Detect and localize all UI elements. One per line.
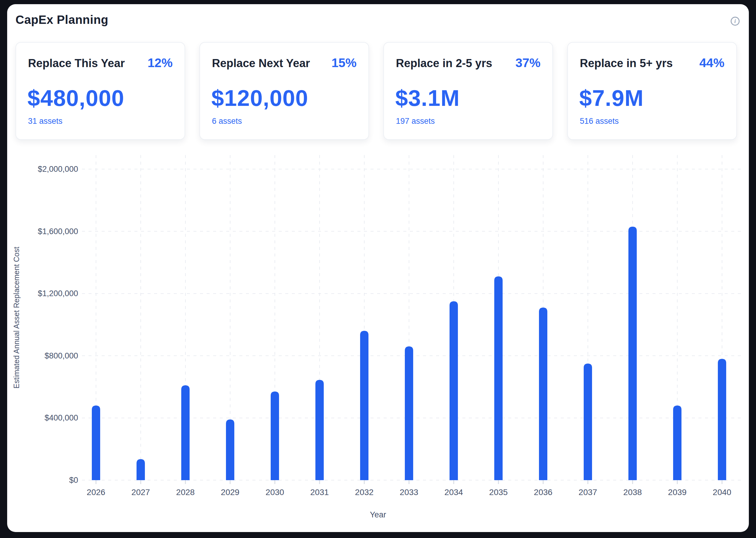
bar-2032[interactable]: 2032: $960,000 bbox=[360, 331, 369, 480]
capex-planning-widget: CapEx Planning i Replace This Year 12% $… bbox=[0, 0, 756, 538]
x-tick-label-2031: 2031 bbox=[310, 488, 329, 497]
x-tick-label-2040: 2040 bbox=[713, 488, 731, 497]
y-tick-label: $2,000,000 bbox=[38, 165, 78, 174]
y-tick-label: $400,000 bbox=[44, 413, 78, 422]
bar-2039[interactable]: 2039: $480,000 bbox=[673, 405, 681, 480]
bar-2040[interactable]: 2040: $780,000 bbox=[718, 359, 726, 480]
x-tick-label-2026: 2026 bbox=[87, 488, 105, 497]
x-tick-label-2036: 2036 bbox=[534, 488, 552, 497]
bar-2034[interactable]: 2034: $1,150,000 bbox=[450, 301, 458, 480]
x-tick-label-2029: 2029 bbox=[221, 488, 239, 497]
y-tick-label: $800,000 bbox=[44, 351, 78, 360]
bar-2030[interactable]: 2030: $570,000 bbox=[271, 392, 279, 480]
x-tick-label-2039: 2039 bbox=[668, 488, 686, 497]
x-tick-label-2033: 2033 bbox=[400, 488, 418, 497]
bar-2031[interactable]: 2031: $645,000 bbox=[315, 380, 324, 480]
x-tick-label-2035: 2035 bbox=[489, 488, 508, 497]
y-tick-label: $0 bbox=[69, 476, 78, 485]
x-axis-title: Year bbox=[370, 510, 386, 519]
y-tick-label: $1,200,000 bbox=[38, 289, 78, 298]
bar-2028[interactable]: 2028: $610,000 bbox=[181, 385, 190, 480]
x-tick-label-2027: 2027 bbox=[131, 488, 150, 497]
capex-bar-chart: $0$400,000$800,000$1,200,000$1,600,000$2… bbox=[0, 0, 756, 538]
x-tick-label-2028: 2028 bbox=[176, 488, 195, 497]
bar-2035[interactable]: 2035: $1,310,000 bbox=[494, 277, 503, 480]
x-tick-label-2038: 2038 bbox=[623, 488, 642, 497]
bar-2033[interactable]: 2033: $860,000 bbox=[405, 347, 413, 480]
bar-2037[interactable]: 2037: $750,000 bbox=[584, 363, 592, 480]
bar-2026[interactable]: 2026: $480,000 bbox=[92, 405, 100, 480]
bar-2036[interactable]: 2036: $1,110,000 bbox=[539, 307, 547, 480]
bar-2029[interactable]: 2029: $390,000 bbox=[226, 420, 234, 480]
y-tick-label: $1,600,000 bbox=[38, 227, 78, 236]
y-axis-title: Estimated Annual Asset Replacement Cost bbox=[12, 246, 21, 388]
x-tick-label-2037: 2037 bbox=[579, 488, 597, 497]
x-tick-label-2030: 2030 bbox=[266, 488, 284, 497]
bar-2027[interactable]: 2027: $135,000 bbox=[136, 459, 145, 480]
bar-2038[interactable]: 2038: $1,630,000 bbox=[629, 227, 637, 480]
x-tick-label-2032: 2032 bbox=[355, 488, 374, 497]
x-tick-label-2034: 2034 bbox=[444, 488, 463, 497]
